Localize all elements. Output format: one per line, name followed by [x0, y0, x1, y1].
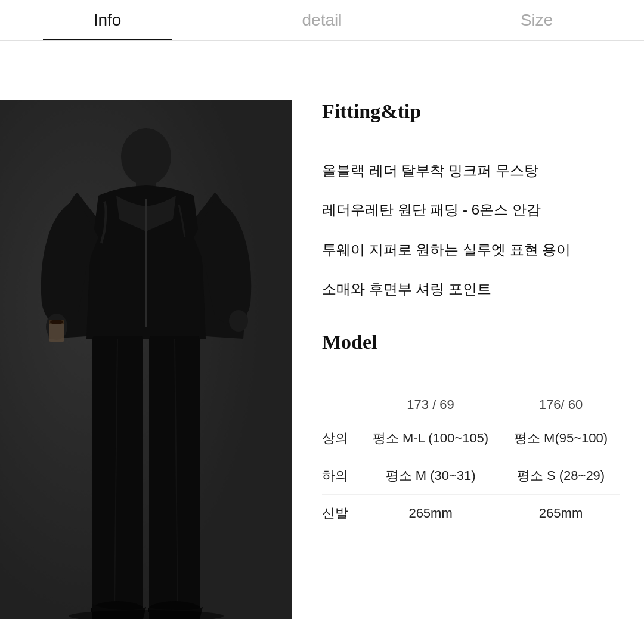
main-content: Fitting&tip 올블랙 레더 탈부착 밍크퍼 무스탕 레더우레탄 원단 …	[0, 41, 644, 644]
table-row: 상의 평소 M-L (100~105) 평소 M(95~100)	[322, 420, 620, 457]
tab-info[interactable]: Info	[0, 0, 215, 40]
row-bottom-val2: 평소 S (28~29)	[501, 457, 620, 494]
person-illustration	[0, 100, 292, 619]
tip-2: 레더우레탄 원단 패딩 - 6온스 안감	[322, 199, 620, 221]
fitting-title: Fitting&tip	[322, 100, 620, 123]
row-top-val2: 평소 M(95~100)	[501, 420, 620, 457]
tab-info-label: Info	[94, 11, 122, 30]
row-shoes-val2: 265mm	[501, 494, 620, 532]
table-row: 하의 평소 M (30~31) 평소 S (28~29)	[322, 457, 620, 494]
model-table: 173 / 69 176/ 60 상의 평소 M-L (100~105) 평소 …	[322, 390, 620, 532]
model-col-empty	[322, 390, 360, 420]
model-col-2: 176/ 60	[501, 390, 620, 420]
model-section: Model 173 / 69 176/ 60 상의 평소 M-L (100~10…	[322, 331, 620, 532]
row-bottom-val1: 평소 M (30~31)	[360, 457, 501, 494]
row-shoes-label: 신발	[322, 494, 360, 532]
model-title: Model	[322, 331, 620, 354]
svg-point-10	[229, 310, 248, 332]
product-image	[0, 100, 292, 619]
tab-size[interactable]: Size	[429, 0, 644, 40]
fitting-divider	[322, 135, 620, 135]
model-col-1: 173 / 69	[360, 390, 501, 420]
fitting-section: Fitting&tip 올블랙 레더 탈부착 밍크퍼 무스탕 레더우레탄 원단 …	[322, 100, 620, 301]
tab-bar: Info detail Size	[0, 0, 644, 41]
row-bottom-label: 하의	[322, 457, 360, 494]
tab-detail-label: detail	[302, 11, 342, 30]
tip-4: 소매와 후면부 셔링 포인트	[322, 278, 620, 301]
model-divider	[322, 366, 620, 366]
svg-rect-11	[92, 336, 143, 610]
tip-1: 올블랙 레더 탈부착 밍크퍼 무스탕	[322, 159, 620, 182]
row-top-val1: 평소 M-L (100~105)	[360, 420, 501, 457]
row-shoes-val1: 265mm	[360, 494, 501, 532]
tip-3: 투웨이 지퍼로 원하는 실루엣 표현 용이	[322, 239, 620, 261]
row-top-label: 상의	[322, 420, 360, 457]
svg-point-9	[50, 320, 63, 324]
image-section	[0, 100, 292, 619]
info-section: Fitting&tip 올블랙 레더 탈부착 밍크퍼 무스탕 레더우레탄 원단 …	[292, 41, 644, 644]
tab-detail[interactable]: detail	[215, 0, 429, 40]
table-row: 신발 265mm 265mm	[322, 494, 620, 532]
svg-rect-12	[149, 336, 200, 610]
tab-size-label: Size	[521, 11, 553, 30]
svg-point-3	[121, 128, 171, 185]
